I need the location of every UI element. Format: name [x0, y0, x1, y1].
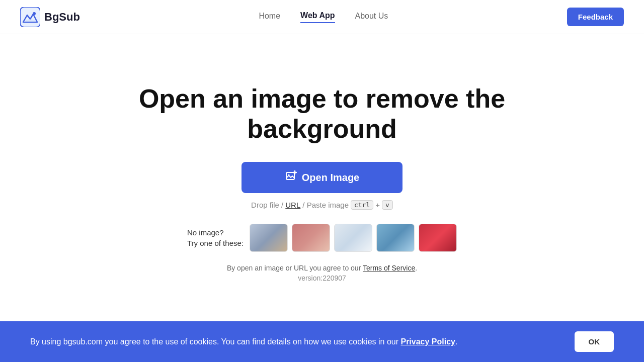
sample-image-4[interactable] [376, 224, 415, 252]
sample-image-1[interactable] [250, 224, 288, 252]
header: BgSub Home Web App About Us Feedback [0, 0, 644, 34]
tos-link[interactable]: Terms of Service [363, 264, 415, 272]
kbd-ctrl: ctrl [351, 200, 373, 210]
cookie-banner: By using bgsub.com you agree to the use … [0, 321, 644, 322]
logo-text: BgSub [44, 11, 80, 24]
svg-rect-0 [20, 7, 40, 27]
try-these-text: Try one of these: [187, 238, 244, 248]
sample-image-2[interactable] [292, 224, 330, 252]
sample-image-3[interactable] [334, 224, 372, 252]
hero-title: Open an image to remove the background [96, 84, 548, 144]
open-image-button[interactable]: Open Image [242, 162, 403, 193]
sample-row: No image? Try one of these: [187, 224, 457, 252]
kbd-plus: + [375, 201, 380, 209]
version-text: version:220907 [298, 274, 346, 282]
sample-images [250, 224, 457, 252]
sample-label: No image? Try one of these: [187, 227, 244, 248]
open-image-label: Open Image [302, 172, 359, 184]
main-content: Open an image to remove the background O… [0, 34, 644, 322]
nav-home[interactable]: Home [259, 12, 280, 23]
svg-point-1 [33, 12, 36, 15]
drop-text: Drop file / [251, 201, 283, 209]
logo-icon [20, 7, 40, 27]
svg-rect-2 [286, 172, 294, 179]
sample-image-5[interactable] [419, 224, 457, 252]
tos-text: By open an image or URL you agree to our… [227, 264, 417, 272]
image-plus-icon [285, 170, 297, 185]
nav-webapp[interactable]: Web App [300, 11, 335, 23]
url-link[interactable]: URL [285, 201, 300, 209]
kbd-v: v [382, 200, 393, 210]
tos-period: . [415, 264, 417, 272]
drop-hint: Drop file / URL / Paste image ctrl + v [251, 200, 393, 210]
nav-aboutus[interactable]: About Us [355, 12, 388, 23]
logo[interactable]: BgSub [20, 7, 80, 27]
paste-text: / Paste image [302, 201, 349, 209]
no-image-text: No image? [187, 227, 244, 238]
main-nav: Home Web App About Us [259, 11, 388, 23]
tos-prefix: By open an image or URL you agree to our [227, 264, 361, 272]
feedback-button[interactable]: Feedback [567, 8, 624, 26]
